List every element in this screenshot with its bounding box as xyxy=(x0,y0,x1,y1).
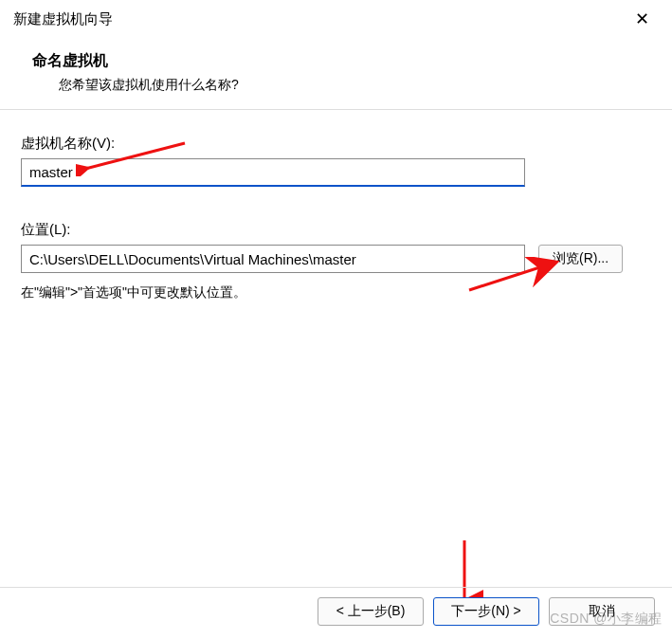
window-title: 新建虚拟机向导 xyxy=(13,10,113,28)
vm-name-label: 虚拟机名称(V): xyxy=(21,135,651,153)
location-hint: 在"编辑">"首选项"中可更改默认位置。 xyxy=(21,284,651,301)
cancel-button[interactable]: 取消 xyxy=(549,597,655,626)
next-button[interactable]: 下一步(N) > xyxy=(433,597,539,626)
wizard-step-subtitle: 您希望该虚拟机使用什么名称? xyxy=(59,77,653,94)
vm-location-input[interactable] xyxy=(21,245,525,273)
close-button[interactable]: ✕ xyxy=(623,6,661,32)
browse-button[interactable]: 浏览(R)... xyxy=(538,245,623,273)
wizard-step-title: 命名虚拟机 xyxy=(32,51,653,71)
vm-location-label: 位置(L): xyxy=(21,221,651,239)
back-button[interactable]: < 上一步(B) xyxy=(318,597,424,626)
close-icon: ✕ xyxy=(635,9,649,29)
vm-name-input[interactable] xyxy=(21,158,525,187)
